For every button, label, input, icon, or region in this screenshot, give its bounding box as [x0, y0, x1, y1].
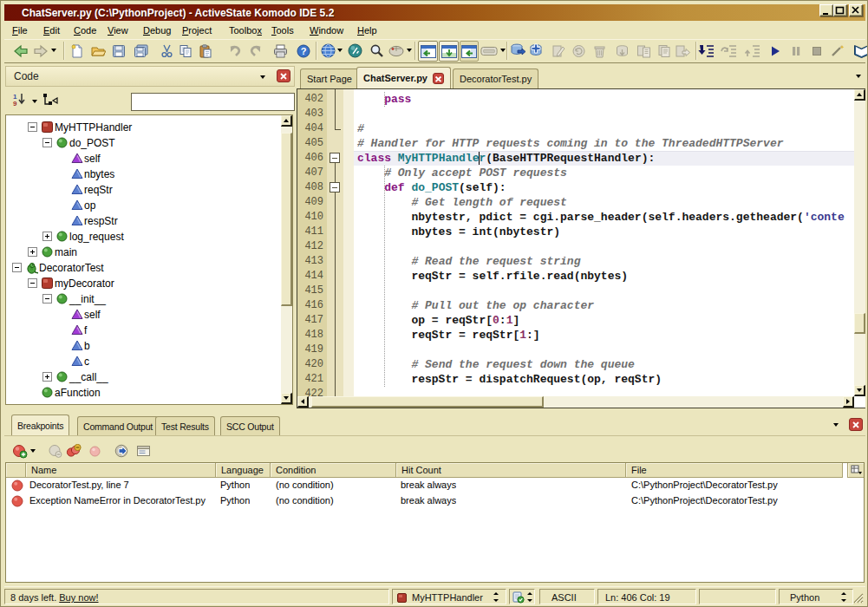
find-icon[interactable]: [368, 42, 385, 60]
scc-commit-icon[interactable]: [674, 42, 691, 60]
fold-margin[interactable]: [327, 89, 343, 396]
tree-scroll-thumb[interactable]: [281, 133, 292, 306]
collapse-toggle-icon[interactable]: [42, 294, 52, 304]
scc-sync-icon[interactable]: [509, 42, 526, 60]
menu-project[interactable]: Project: [182, 24, 212, 37]
tab-list-dropdown[interactable]: [856, 75, 861, 78]
section-spinner[interactable]: [493, 592, 500, 602]
breakpoint-properties-icon[interactable]: [134, 442, 152, 460]
tree-item-b[interactable]: b: [6, 338, 292, 354]
menu-file[interactable]: File: [12, 24, 28, 37]
step-in-icon[interactable]: [698, 42, 715, 60]
scc-diff-icon[interactable]: [635, 42, 652, 60]
editor-h-scroll-right-button[interactable]: [843, 396, 854, 408]
scc-delete-icon[interactable]: [591, 42, 608, 60]
stop-icon[interactable]: [808, 42, 826, 60]
toggle-bottom-pane-button[interactable]: [439, 41, 459, 62]
collapse-toggle-icon[interactable]: [28, 122, 37, 132]
minimize-button[interactable]: [819, 4, 833, 16]
menu-help[interactable]: Help: [357, 24, 377, 37]
redo-icon[interactable]: [247, 42, 264, 60]
expand-toggle-icon[interactable]: [42, 372, 52, 382]
tree-vertical-scrollbar[interactable]: [281, 115, 292, 404]
column-header-icon[interactable]: [6, 463, 26, 478]
fold-collapse-icon[interactable]: [330, 182, 340, 193]
bottom-panel-dropdown[interactable]: [833, 423, 839, 427]
bottom-tab-breakpoints[interactable]: Breakpoints: [11, 414, 69, 435]
menu-code[interactable]: Code: [74, 24, 96, 37]
bottom-tab-scc-output[interactable]: SCC Output: [220, 416, 280, 435]
breakpoint-new-dropdown[interactable]: [30, 449, 36, 453]
new-macro-wand-icon[interactable]: [829, 42, 846, 60]
pane-layout-icon[interactable]: [480, 42, 498, 60]
breakpoint-new-icon[interactable]: [11, 442, 29, 460]
toolbar-dropdown-arrow[interactable]: [407, 49, 412, 52]
scc-edit-icon[interactable]: [549, 42, 566, 60]
editor-tab-start-page[interactable]: Start Page: [300, 69, 359, 88]
bottom-panel-close-button[interactable]: [849, 418, 863, 431]
help-icon[interactable]: ?: [295, 42, 312, 60]
tree-item-self[interactable]: self: [6, 151, 292, 166]
tree-scroll-down-button[interactable]: [281, 393, 292, 404]
expand-toggle-icon[interactable]: [28, 247, 37, 257]
back-icon[interactable]: [12, 42, 29, 60]
save-all-icon[interactable]: [132, 42, 149, 60]
syntax-check-spinner[interactable]: [526, 592, 534, 602]
undo-icon[interactable]: [225, 42, 243, 60]
tree-item-__init__[interactable]: __init__: [6, 291, 292, 307]
column-header-name[interactable]: Name: [26, 463, 216, 478]
editor-v-scroll-up-button[interactable]: [854, 89, 865, 101]
scc-update-icon[interactable]: [613, 42, 630, 60]
scc-revert-icon[interactable]: [570, 42, 587, 60]
tab-close-icon[interactable]: [433, 73, 444, 84]
editor-h-scroll-thumb[interactable]: [311, 396, 544, 408]
paste-icon[interactable]: [197, 42, 214, 60]
step-over-icon[interactable]: [721, 42, 738, 60]
forward-icon[interactable]: [32, 42, 49, 60]
current-section-indicator[interactable]: MyHTTPHandler: [392, 589, 506, 604]
tree-item-aFunction[interactable]: aFunction: [6, 385, 292, 401]
collapse-all-icon[interactable]: [42, 92, 59, 109]
print-icon[interactable]: [271, 42, 289, 60]
new-file-icon[interactable]: [69, 42, 86, 60]
step-out-icon[interactable]: [744, 42, 761, 60]
komodo-start-page-icon[interactable]: [852, 42, 868, 60]
resize-grip[interactable]: [852, 592, 864, 604]
tree-item-f[interactable]: f: [6, 323, 292, 338]
editor-tab-decoratortest-py[interactable]: DecoratorTest.py: [453, 69, 538, 88]
toolbar-dropdown-arrow[interactable]: [337, 49, 343, 52]
column-header-language[interactable]: Language: [216, 463, 271, 478]
column-header-condition[interactable]: Condition: [271, 463, 396, 478]
sort-order-dropdown[interactable]: [32, 100, 37, 103]
editor-v-scroll-down-button[interactable]: [854, 385, 865, 396]
go-to-source-icon[interactable]: [114, 442, 131, 460]
scc-history-icon[interactable]: [656, 42, 673, 60]
menu-tools[interactable]: Tools: [271, 24, 294, 37]
toggle-left-pane-button[interactable]: [418, 41, 438, 62]
column-header-hit-count[interactable]: Hit Count: [396, 463, 626, 478]
tree-item-respStr[interactable]: respStr: [6, 213, 292, 229]
macro-record-icon[interactable]: [388, 42, 405, 60]
tree-item-reqStr[interactable]: reqStr: [6, 182, 292, 198]
menu-edit[interactable]: Edit: [43, 24, 60, 37]
tree-item-do_POST[interactable]: do_POST: [6, 135, 292, 151]
tree-item-nbytes[interactable]: nbytes: [6, 166, 292, 182]
collapse-toggle-icon[interactable]: [42, 138, 52, 147]
rx-toolkit-icon[interactable]: [346, 42, 363, 60]
open-file-icon[interactable]: [89, 42, 107, 60]
scc-add-icon[interactable]: [527, 42, 545, 60]
collapse-toggle-icon[interactable]: [12, 263, 22, 272]
breakpoint-delete-all-icon[interactable]: [65, 442, 82, 460]
tree-item-c[interactable]: c: [6, 354, 292, 369]
go-continue-icon[interactable]: [767, 42, 784, 60]
editor-tab-chatserver-py[interactable]: ChatServer.py: [356, 67, 451, 88]
editor-h-scroll-left-button[interactable]: [297, 396, 309, 408]
column-header-file[interactable]: File: [626, 463, 843, 478]
preview-browser-icon[interactable]: [319, 42, 336, 60]
tree-item-DecoratorTest[interactable]: DecoratorTest: [6, 260, 292, 276]
buy-now-link[interactable]: Buy now!: [59, 592, 98, 603]
expand-toggle-icon[interactable]: [42, 232, 52, 241]
encoding-section[interactable]: ASCII: [539, 589, 595, 604]
pause-icon[interactable]: [787, 42, 805, 60]
column-picker-button[interactable]: [847, 463, 864, 478]
